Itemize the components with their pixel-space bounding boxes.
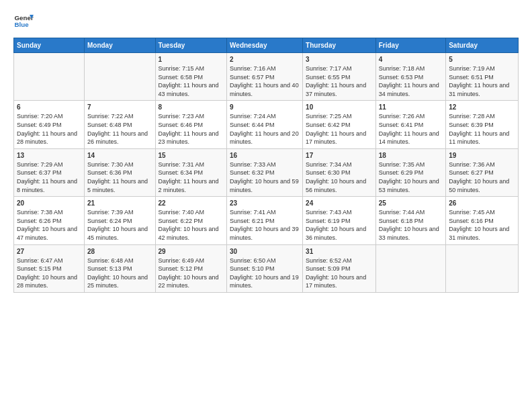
col-header-saturday: Saturday xyxy=(446,38,519,53)
day-info: Sunrise: 7:36 AM xyxy=(449,161,515,169)
week-row-1: 1Sunrise: 7:15 AMSunset: 6:58 PMDaylight… xyxy=(14,53,519,101)
day-info: Daylight: 11 hours and 28 minutes. xyxy=(17,130,81,146)
svg-text:Blue: Blue xyxy=(15,21,30,28)
day-info: Sunrise: 7:23 AM xyxy=(159,112,224,121)
header-row: SundayMondayTuesdayWednesdayThursdayFrid… xyxy=(14,38,519,53)
day-info: Daylight: 10 hours and 39 minutes. xyxy=(230,225,300,242)
day-info: Sunrise: 7:22 AM xyxy=(87,112,152,121)
day-info: Daylight: 11 hours and 8 minutes. xyxy=(17,177,81,194)
day-info: Sunrise: 7:20 AM xyxy=(17,112,81,121)
day-info: Daylight: 10 hours and 22 minutes. xyxy=(159,273,224,290)
day-cell xyxy=(375,244,445,292)
day-info: Daylight: 10 hours and 53 minutes. xyxy=(379,177,443,194)
day-info: Daylight: 10 hours and 36 minutes. xyxy=(306,225,373,242)
day-cell: 11Sunrise: 7:26 AMSunset: 6:41 PMDayligh… xyxy=(375,101,445,148)
day-number: 11 xyxy=(379,103,443,112)
day-number: 9 xyxy=(230,103,300,112)
day-cell: 30Sunrise: 6:50 AMSunset: 5:10 PMDayligh… xyxy=(227,244,303,292)
day-number: 30 xyxy=(230,247,300,257)
day-info: Sunrise: 7:25 AM xyxy=(306,112,373,121)
day-info: Sunset: 6:29 PM xyxy=(379,169,443,177)
day-info: Sunrise: 7:24 AM xyxy=(230,112,300,121)
day-info: Daylight: 11 hours and 37 minutes. xyxy=(306,81,373,98)
day-info: Daylight: 10 hours and 19 minutes. xyxy=(230,273,300,290)
day-cell: 9Sunrise: 7:24 AMSunset: 6:44 PMDaylight… xyxy=(227,101,303,148)
day-info: Sunset: 6:42 PM xyxy=(306,121,373,130)
day-cell: 27Sunrise: 6:47 AMSunset: 5:15 PMDayligh… xyxy=(14,244,85,292)
day-cell: 4Sunrise: 7:18 AMSunset: 6:53 PMDaylight… xyxy=(375,53,445,101)
day-info: Daylight: 11 hours and 43 minutes. xyxy=(159,81,224,98)
day-info: Sunset: 6:39 PM xyxy=(449,121,515,130)
day-info: Sunrise: 7:40 AM xyxy=(159,208,224,217)
day-info: Daylight: 10 hours and 28 minutes. xyxy=(17,273,81,290)
day-cell: 16Sunrise: 7:33 AMSunset: 6:32 PMDayligh… xyxy=(227,148,303,196)
calendar-table: SundayMondayTuesdayWednesdayThursdayFrid… xyxy=(13,38,519,293)
day-info: Sunset: 6:26 PM xyxy=(17,217,81,226)
day-cell: 28Sunrise: 6:48 AMSunset: 5:13 PMDayligh… xyxy=(84,244,155,292)
day-number: 18 xyxy=(379,151,443,161)
day-number: 17 xyxy=(306,151,373,161)
day-info: Sunset: 6:18 PM xyxy=(379,217,443,226)
day-info: Daylight: 11 hours and 20 minutes. xyxy=(230,130,300,146)
day-number: 5 xyxy=(449,55,515,64)
day-info: Sunset: 6:46 PM xyxy=(159,121,224,130)
day-info: Sunrise: 7:15 AM xyxy=(159,64,224,73)
day-cell: 14Sunrise: 7:30 AMSunset: 6:36 PMDayligh… xyxy=(84,148,155,196)
day-info: Daylight: 10 hours and 42 minutes. xyxy=(159,225,224,242)
day-info: Sunrise: 6:52 AM xyxy=(306,257,373,265)
day-number: 28 xyxy=(87,247,152,257)
day-info: Sunset: 6:30 PM xyxy=(306,169,373,177)
day-cell: 24Sunrise: 7:43 AMSunset: 6:19 PMDayligh… xyxy=(303,197,376,244)
week-row-5: 27Sunrise: 6:47 AMSunset: 5:15 PMDayligh… xyxy=(14,244,519,292)
day-cell: 10Sunrise: 7:25 AMSunset: 6:42 PMDayligh… xyxy=(303,101,376,148)
day-info: Sunrise: 7:30 AM xyxy=(87,161,152,169)
day-cell: 18Sunrise: 7:35 AMSunset: 6:29 PMDayligh… xyxy=(375,148,445,196)
day-number: 2 xyxy=(230,55,300,64)
day-info: Daylight: 11 hours and 2 minutes. xyxy=(159,177,224,194)
day-info: Daylight: 11 hours and 11 minutes. xyxy=(449,130,515,146)
day-info: Daylight: 11 hours and 5 minutes. xyxy=(87,177,152,194)
day-number: 10 xyxy=(306,103,373,112)
day-info: Sunrise: 7:39 AM xyxy=(87,208,152,217)
day-info: Sunset: 5:10 PM xyxy=(230,265,300,273)
day-cell: 6Sunrise: 7:20 AMSunset: 6:49 PMDaylight… xyxy=(14,101,85,148)
calendar-page: General Blue SundayMondayTuesdayWednesda… xyxy=(0,0,532,411)
col-header-monday: Monday xyxy=(84,38,155,53)
day-number: 27 xyxy=(17,247,81,257)
day-info: Sunrise: 7:31 AM xyxy=(159,161,224,169)
day-number: 7 xyxy=(87,103,152,112)
day-cell: 21Sunrise: 7:39 AMSunset: 6:24 PMDayligh… xyxy=(84,197,155,244)
day-info: Sunrise: 7:45 AM xyxy=(449,208,515,217)
day-number: 20 xyxy=(17,199,81,208)
day-info: Sunrise: 7:33 AM xyxy=(230,161,300,169)
day-info: Sunset: 6:51 PM xyxy=(449,73,515,82)
day-number: 12 xyxy=(449,103,515,112)
day-number: 16 xyxy=(230,151,300,161)
header: General Blue xyxy=(13,11,519,31)
day-info: Sunrise: 7:16 AM xyxy=(230,64,300,73)
day-info: Daylight: 10 hours and 31 minutes. xyxy=(449,225,515,242)
day-info: Sunset: 6:58 PM xyxy=(159,73,224,82)
week-row-2: 6Sunrise: 7:20 AMSunset: 6:49 PMDaylight… xyxy=(14,101,519,148)
day-cell: 3Sunrise: 7:17 AMSunset: 6:55 PMDaylight… xyxy=(303,53,376,101)
col-header-wednesday: Wednesday xyxy=(227,38,303,53)
day-info: Sunset: 5:13 PM xyxy=(87,265,152,273)
day-info: Sunset: 6:21 PM xyxy=(230,217,300,226)
day-number: 1 xyxy=(159,55,224,64)
day-info: Sunset: 6:57 PM xyxy=(230,73,300,82)
day-cell: 23Sunrise: 7:41 AMSunset: 6:21 PMDayligh… xyxy=(227,197,303,244)
day-cell: 7Sunrise: 7:22 AMSunset: 6:48 PMDaylight… xyxy=(84,101,155,148)
day-info: Sunrise: 7:41 AM xyxy=(230,208,300,217)
day-info: Daylight: 10 hours and 33 minutes. xyxy=(379,225,443,242)
day-number: 6 xyxy=(17,103,81,112)
day-cell: 25Sunrise: 7:44 AMSunset: 6:18 PMDayligh… xyxy=(375,197,445,244)
day-info: Daylight: 11 hours and 31 minutes. xyxy=(449,81,515,98)
day-info: Sunrise: 6:50 AM xyxy=(230,257,300,265)
day-number: 24 xyxy=(306,199,373,208)
day-cell: 1Sunrise: 7:15 AMSunset: 6:58 PMDaylight… xyxy=(155,53,227,101)
day-number: 31 xyxy=(306,247,373,257)
day-info: Sunset: 6:36 PM xyxy=(87,169,152,177)
col-header-thursday: Thursday xyxy=(303,38,376,53)
day-info: Sunset: 6:49 PM xyxy=(17,121,81,130)
day-info: Daylight: 11 hours and 34 minutes. xyxy=(379,81,443,98)
